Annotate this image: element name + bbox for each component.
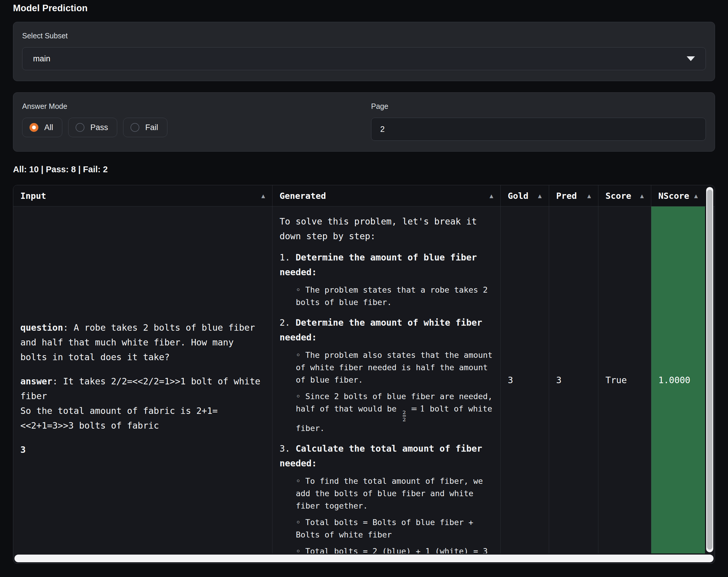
table-header-row: Input ▲ Generated ▲ Gold ▲ Pred ▲ Score … <box>13 185 715 207</box>
header-label: Generated <box>280 191 326 201</box>
header-label: NScore <box>658 191 689 201</box>
filters-panel: Answer Mode All Pass Fail Page 2 <box>13 92 715 152</box>
generated-bullet: ◦Total bolts = Bolts of blue fiber + Bol… <box>296 516 493 541</box>
horizontal-scrollbar[interactable] <box>15 555 713 562</box>
subset-label: Select Subset <box>22 32 706 40</box>
bullet-icon: ◦ <box>296 285 301 294</box>
cell-pred: 3 <box>549 207 598 553</box>
radio-option-all[interactable]: All <box>22 118 62 137</box>
answer-mode-radio-row: All Pass Fail <box>22 118 357 137</box>
header-label: Score <box>605 191 631 201</box>
header-nscore[interactable]: NScore ▲ <box>651 185 705 206</box>
bullet-icon: ◦ <box>296 476 301 486</box>
radio-circle-icon <box>76 123 84 132</box>
generated-intro: To solve this problem, let's break it do… <box>280 214 493 244</box>
input-paragraph: answer: It takes 2/2=<<2/2=1>>1 bolt of … <box>20 374 265 433</box>
page-group: Page 2 <box>371 102 706 141</box>
page-number-input[interactable]: 2 <box>371 118 706 141</box>
page: Model Prediction Select Subset main Answ… <box>0 0 728 564</box>
cell-input: question: A robe takes 2 bolts of blue f… <box>13 207 272 553</box>
radio-circle-icon <box>29 123 38 132</box>
cell-generated: To solve this problem, let's break it do… <box>272 207 501 553</box>
cell-nscore: 1.0000 <box>651 207 705 553</box>
header-label: Input <box>20 191 46 201</box>
bullet-icon: ◦ <box>296 392 301 401</box>
header-input[interactable]: Input ▲ <box>13 185 272 206</box>
generated-step: 3. Calculate the total amount of fiber n… <box>280 441 493 553</box>
cell-score: True <box>598 207 651 553</box>
generated-bullet: ◦The problem also states that the amount… <box>296 349 493 386</box>
radio-label: All <box>44 123 53 132</box>
input-paragraph: 3 <box>20 442 265 457</box>
bullet-icon: ◦ <box>296 547 301 553</box>
stats-summary: All: 10 | Pass: 8 | Fail: 2 <box>13 165 715 174</box>
page-title: Model Prediction <box>13 3 715 13</box>
results-table: Input ▲ Generated ▲ Gold ▲ Pred ▲ Score … <box>13 185 715 564</box>
chevron-down-icon <box>687 56 695 61</box>
radio-option-pass[interactable]: Pass <box>68 118 117 137</box>
input-paragraph: question: A robe takes 2 bolts of blue f… <box>20 320 265 365</box>
generated-bullet: ◦To find the total amount of fiber, we a… <box>296 475 493 512</box>
header-label: Gold <box>508 191 528 201</box>
header-label: Pred <box>556 191 577 201</box>
page-label: Page <box>371 102 706 111</box>
answer-mode-label: Answer Mode <box>22 102 357 111</box>
radio-label: Pass <box>90 123 108 132</box>
sort-arrow-icon: ▲ <box>640 192 644 199</box>
table-row: question: A robe takes 2 bolts of blue f… <box>13 207 715 553</box>
cell-gold: 3 <box>501 207 549 553</box>
sort-arrow-icon: ▲ <box>694 192 698 199</box>
generated-bullet: ◦The problem states that a robe takes 2 … <box>296 284 493 308</box>
radio-option-fail[interactable]: Fail <box>123 118 167 137</box>
bullet-icon: ◦ <box>296 518 301 527</box>
vertical-scrollbar[interactable] <box>706 187 713 552</box>
header-score[interactable]: Score ▲ <box>598 185 651 206</box>
header-gold[interactable]: Gold ▲ <box>501 185 549 206</box>
pred-value: 3 <box>556 375 562 385</box>
sort-arrow-icon: ▲ <box>261 192 265 199</box>
subset-dropdown-value: main <box>33 54 51 63</box>
header-generated[interactable]: Generated ▲ <box>272 185 501 206</box>
subset-dropdown[interactable]: main <box>22 47 706 70</box>
radio-circle-icon <box>130 123 139 132</box>
page-number-value: 2 <box>380 125 385 134</box>
generated-bullet: ◦Total bolts = 2 (blue) + 1 (white) = 3 … <box>296 545 493 553</box>
score-value: True <box>605 375 627 385</box>
generated-step: 1. Determine the amount of blue fiber ne… <box>280 250 493 308</box>
gold-value: 3 <box>508 375 513 385</box>
vertical-scrollbar-thumb[interactable] <box>707 190 712 550</box>
header-pred[interactable]: Pred ▲ <box>549 185 598 206</box>
bullet-icon: ◦ <box>296 351 301 360</box>
answer-mode-group: Answer Mode All Pass Fail <box>22 102 357 141</box>
radio-label: Fail <box>145 123 158 132</box>
sort-arrow-icon: ▲ <box>587 192 591 199</box>
sort-arrow-icon: ▲ <box>490 192 493 199</box>
subset-panel: Select Subset main <box>13 22 715 81</box>
nscore-value: 1.0000 <box>658 375 690 385</box>
sort-arrow-icon: ▲ <box>538 192 542 199</box>
generated-bullet: ◦Since 2 bolts of blue fiber are needed,… <box>296 390 493 435</box>
generated-step: 2. Determine the amount of white fiber n… <box>280 315 493 435</box>
